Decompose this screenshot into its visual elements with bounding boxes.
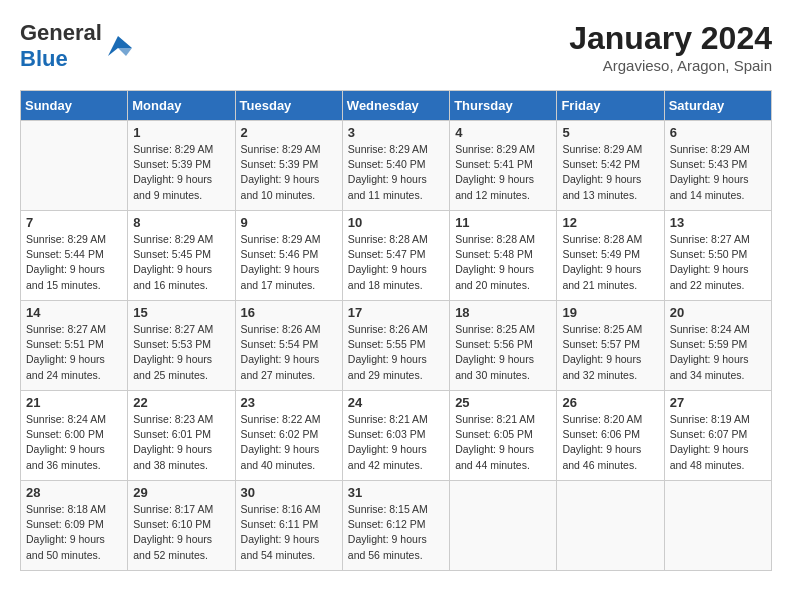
day-info: Sunrise: 8:18 AMSunset: 6:09 PMDaylight:… [26,502,122,563]
col-header-sunday: Sunday [21,91,128,121]
day-cell: 6Sunrise: 8:29 AMSunset: 5:43 PMDaylight… [664,121,771,211]
day-number: 15 [133,305,229,320]
day-info: Sunrise: 8:28 AMSunset: 5:47 PMDaylight:… [348,232,444,293]
week-row-2: 7Sunrise: 8:29 AMSunset: 5:44 PMDaylight… [21,211,772,301]
day-cell: 16Sunrise: 8:26 AMSunset: 5:54 PMDayligh… [235,301,342,391]
day-cell [557,481,664,571]
day-number: 24 [348,395,444,410]
logo-blue: Blue [20,46,68,71]
day-info: Sunrise: 8:26 AMSunset: 5:54 PMDaylight:… [241,322,337,383]
week-row-5: 28Sunrise: 8:18 AMSunset: 6:09 PMDayligh… [21,481,772,571]
day-cell [21,121,128,211]
day-cell [450,481,557,571]
day-number: 7 [26,215,122,230]
day-info: Sunrise: 8:29 AMSunset: 5:45 PMDaylight:… [133,232,229,293]
day-info: Sunrise: 8:29 AMSunset: 5:39 PMDaylight:… [241,142,337,203]
day-number: 5 [562,125,658,140]
col-header-wednesday: Wednesday [342,91,449,121]
col-header-thursday: Thursday [450,91,557,121]
day-info: Sunrise: 8:20 AMSunset: 6:06 PMDaylight:… [562,412,658,473]
day-number: 8 [133,215,229,230]
day-cell: 17Sunrise: 8:26 AMSunset: 5:55 PMDayligh… [342,301,449,391]
svg-marker-1 [118,48,132,56]
day-cell: 14Sunrise: 8:27 AMSunset: 5:51 PMDayligh… [21,301,128,391]
day-number: 19 [562,305,658,320]
day-cell: 28Sunrise: 8:18 AMSunset: 6:09 PMDayligh… [21,481,128,571]
day-info: Sunrise: 8:29 AMSunset: 5:40 PMDaylight:… [348,142,444,203]
day-cell [664,481,771,571]
day-number: 30 [241,485,337,500]
day-cell: 3Sunrise: 8:29 AMSunset: 5:40 PMDaylight… [342,121,449,211]
day-cell: 12Sunrise: 8:28 AMSunset: 5:49 PMDayligh… [557,211,664,301]
logo-general: General [20,20,102,45]
day-info: Sunrise: 8:29 AMSunset: 5:43 PMDaylight:… [670,142,766,203]
day-info: Sunrise: 8:23 AMSunset: 6:01 PMDaylight:… [133,412,229,473]
logo-icon [104,32,132,60]
day-number: 18 [455,305,551,320]
title-area: January 2024 Argavieso, Aragon, Spain [569,20,772,74]
day-number: 11 [455,215,551,230]
svg-marker-0 [108,36,132,56]
logo-text: General Blue [20,20,102,72]
day-number: 20 [670,305,766,320]
day-cell: 7Sunrise: 8:29 AMSunset: 5:44 PMDaylight… [21,211,128,301]
day-info: Sunrise: 8:24 AMSunset: 5:59 PMDaylight:… [670,322,766,383]
day-number: 28 [26,485,122,500]
day-number: 4 [455,125,551,140]
day-info: Sunrise: 8:17 AMSunset: 6:10 PMDaylight:… [133,502,229,563]
day-info: Sunrise: 8:21 AMSunset: 6:05 PMDaylight:… [455,412,551,473]
day-number: 1 [133,125,229,140]
day-number: 23 [241,395,337,410]
col-header-tuesday: Tuesday [235,91,342,121]
day-info: Sunrise: 8:26 AMSunset: 5:55 PMDaylight:… [348,322,444,383]
day-cell: 5Sunrise: 8:29 AMSunset: 5:42 PMDaylight… [557,121,664,211]
day-cell: 18Sunrise: 8:25 AMSunset: 5:56 PMDayligh… [450,301,557,391]
day-info: Sunrise: 8:29 AMSunset: 5:42 PMDaylight:… [562,142,658,203]
col-header-friday: Friday [557,91,664,121]
week-row-4: 21Sunrise: 8:24 AMSunset: 6:00 PMDayligh… [21,391,772,481]
week-row-3: 14Sunrise: 8:27 AMSunset: 5:51 PMDayligh… [21,301,772,391]
day-number: 6 [670,125,766,140]
day-cell: 25Sunrise: 8:21 AMSunset: 6:05 PMDayligh… [450,391,557,481]
day-number: 26 [562,395,658,410]
day-cell: 31Sunrise: 8:15 AMSunset: 6:12 PMDayligh… [342,481,449,571]
day-info: Sunrise: 8:28 AMSunset: 5:48 PMDaylight:… [455,232,551,293]
col-header-saturday: Saturday [664,91,771,121]
col-header-monday: Monday [128,91,235,121]
day-info: Sunrise: 8:29 AMSunset: 5:39 PMDaylight:… [133,142,229,203]
day-info: Sunrise: 8:27 AMSunset: 5:53 PMDaylight:… [133,322,229,383]
day-info: Sunrise: 8:22 AMSunset: 6:02 PMDaylight:… [241,412,337,473]
day-number: 22 [133,395,229,410]
day-number: 3 [348,125,444,140]
day-info: Sunrise: 8:19 AMSunset: 6:07 PMDaylight:… [670,412,766,473]
day-number: 31 [348,485,444,500]
day-info: Sunrise: 8:27 AMSunset: 5:51 PMDaylight:… [26,322,122,383]
day-info: Sunrise: 8:28 AMSunset: 5:49 PMDaylight:… [562,232,658,293]
day-number: 13 [670,215,766,230]
day-cell: 24Sunrise: 8:21 AMSunset: 6:03 PMDayligh… [342,391,449,481]
day-info: Sunrise: 8:25 AMSunset: 5:56 PMDaylight:… [455,322,551,383]
title-month: January 2024 [569,20,772,57]
day-info: Sunrise: 8:15 AMSunset: 6:12 PMDaylight:… [348,502,444,563]
day-number: 25 [455,395,551,410]
day-number: 21 [26,395,122,410]
day-info: Sunrise: 8:29 AMSunset: 5:44 PMDaylight:… [26,232,122,293]
header: General Blue January 2024 Argavieso, Ara… [20,20,772,74]
day-info: Sunrise: 8:16 AMSunset: 6:11 PMDaylight:… [241,502,337,563]
day-cell: 10Sunrise: 8:28 AMSunset: 5:47 PMDayligh… [342,211,449,301]
day-cell: 27Sunrise: 8:19 AMSunset: 6:07 PMDayligh… [664,391,771,481]
week-row-1: 1Sunrise: 8:29 AMSunset: 5:39 PMDaylight… [21,121,772,211]
day-cell: 2Sunrise: 8:29 AMSunset: 5:39 PMDaylight… [235,121,342,211]
day-info: Sunrise: 8:21 AMSunset: 6:03 PMDaylight:… [348,412,444,473]
day-cell: 19Sunrise: 8:25 AMSunset: 5:57 PMDayligh… [557,301,664,391]
day-number: 17 [348,305,444,320]
day-number: 10 [348,215,444,230]
day-number: 12 [562,215,658,230]
day-number: 9 [241,215,337,230]
day-cell: 26Sunrise: 8:20 AMSunset: 6:06 PMDayligh… [557,391,664,481]
day-cell: 11Sunrise: 8:28 AMSunset: 5:48 PMDayligh… [450,211,557,301]
day-cell: 22Sunrise: 8:23 AMSunset: 6:01 PMDayligh… [128,391,235,481]
day-info: Sunrise: 8:27 AMSunset: 5:50 PMDaylight:… [670,232,766,293]
day-number: 14 [26,305,122,320]
day-info: Sunrise: 8:24 AMSunset: 6:00 PMDaylight:… [26,412,122,473]
